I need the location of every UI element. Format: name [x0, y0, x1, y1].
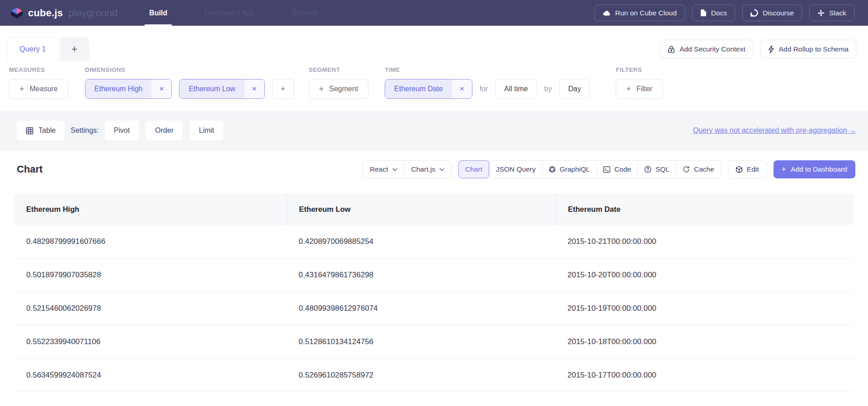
nav-tab-build[interactable]: Build — [146, 0, 170, 26]
brand-suffix: playground — [68, 7, 118, 19]
table-row: 0.5018979907035828 0.4316479861736298 20… — [14, 258, 854, 292]
segment-label: SEGMENT — [309, 66, 369, 73]
chevron-down-icon — [392, 168, 397, 171]
document-icon — [700, 9, 707, 17]
table-row: 0.5634599924087524 0.5269610285758972 20… — [14, 359, 854, 392]
results-table: Ethereum High Ethereum Low Ethereum Date… — [14, 194, 854, 392]
plus-icon: + — [281, 84, 286, 94]
filters-section: FILTERS + Filter — [616, 66, 663, 99]
cell-ethereum-date: 2015-10-21T00:00:00.000 — [555, 225, 854, 258]
view-tab-graphiql[interactable]: GraphiQL — [542, 161, 596, 178]
cell-ethereum-high: 0.5215460062026978 — [14, 292, 287, 325]
filters-label: FILTERS — [616, 66, 663, 73]
chart-toolbar: React Chart.js Chart JSON Query GraphiQL — [363, 160, 855, 178]
view-tab-json-query[interactable]: JSON Query — [489, 161, 542, 178]
query-actions: Add Security Context Add Rollup to Schem… — [660, 37, 856, 58]
segment-section: SEGMENT + Segment — [309, 66, 369, 99]
by-word: by — [544, 85, 552, 93]
cell-ethereum-high: 0.5522339940071106 — [14, 325, 287, 358]
settings-label: Settings: — [71, 126, 99, 135]
measures-section: MEASURES + Measure — [9, 66, 68, 99]
add-query-tab-button[interactable]: + — [60, 37, 89, 61]
column-header-ethereum-high[interactable]: Ethereum High — [14, 194, 287, 225]
cell-ethereum-date: 2015-10-18T00:00:00.000 — [555, 325, 854, 358]
add-measure-button[interactable]: + Measure — [9, 79, 68, 99]
slack-button[interactable]: Slack — [809, 5, 854, 21]
dimension-chip-ethereum-low[interactable]: Ethereum Low × — [179, 79, 264, 99]
cell-ethereum-date: 2015-10-19T00:00:00.000 — [555, 292, 854, 325]
cell-ethereum-low: 0.4208970069885254 — [287, 225, 556, 258]
view-tab-code[interactable]: Code — [596, 161, 637, 178]
plus-icon: + — [782, 165, 787, 174]
chip-label: Ethereum High — [85, 79, 152, 98]
add-security-context-button[interactable]: Add Security Context — [660, 40, 753, 58]
framework-select-group: React Chart.js — [363, 160, 452, 178]
add-dimension-button[interactable]: + — [272, 79, 294, 99]
add-measure-label: Measure — [30, 85, 58, 93]
edit-button[interactable]: Edit — [728, 160, 767, 178]
docs-button[interactable]: Docs — [692, 5, 735, 21]
column-header-ethereum-date[interactable]: Ethereum Date — [555, 194, 854, 225]
edit-label: Edit — [747, 165, 759, 173]
results-settings-bar: Table Settings: Pivot Order Limit Query … — [0, 112, 868, 151]
cell-ethereum-date: 2015-10-17T00:00:00.000 — [555, 359, 854, 392]
preaggregation-link[interactable]: Query was not accelerated with pre-aggre… — [693, 126, 856, 135]
add-to-dashboard-label: Add to Dashboard — [791, 165, 847, 173]
table-row: 0.48298799991607666 0.4208970069885254 2… — [14, 225, 854, 258]
for-word: for — [480, 85, 488, 93]
top-navbar: cube.js playground Build Dashboard App S… — [0, 0, 868, 26]
add-rollup-to-schema-button[interactable]: Add Rollup to Schema — [760, 40, 856, 58]
granularity-button[interactable]: Day — [559, 79, 590, 99]
add-to-dashboard-button[interactable]: + Add to Dashboard — [774, 160, 855, 178]
limit-button[interactable]: Limit — [190, 121, 223, 140]
navbar-tabs: Build Dashboard App Schema — [146, 0, 321, 26]
view-tab-sql[interactable]: SQL — [637, 161, 676, 178]
docs-label: Docs — [711, 9, 727, 17]
nav-tab-schema[interactable]: Schema — [288, 0, 321, 26]
dimension-chip-ethereum-high[interactable]: Ethereum High × — [85, 79, 172, 99]
cell-ethereum-low: 0.48099398612976074 — [287, 292, 556, 325]
remove-time-icon[interactable]: × — [452, 79, 472, 98]
cell-ethereum-low: 0.5128610134124756 — [287, 325, 556, 358]
question-circle-icon — [644, 166, 651, 173]
slack-label: Slack — [829, 9, 846, 17]
column-header-ethereum-low[interactable]: Ethereum Low — [287, 194, 556, 225]
nav-tab-dashboard-app[interactable]: Dashboard App — [202, 0, 257, 26]
query-builder: MEASURES + Measure DIMENSIONS Ethereum H… — [0, 62, 868, 99]
cell-ethereum-high: 0.5018979907035828 — [14, 258, 287, 291]
library-select[interactable]: Chart.js — [404, 161, 451, 178]
bolt-icon — [768, 45, 774, 53]
brand: cube.js playground — [10, 6, 118, 20]
remove-dimension-icon[interactable]: × — [151, 79, 171, 98]
lock-icon — [668, 45, 675, 53]
view-tab-label: Code — [614, 165, 631, 173]
table-view-label: Table — [38, 126, 56, 135]
add-filter-button[interactable]: + Filter — [616, 79, 663, 99]
navbar-actions: Run on Cube Cloud Docs Discourse Slack — [594, 5, 854, 21]
chart-panel: Chart React Chart.js Chart JSON Query — [0, 151, 868, 392]
discourse-button[interactable]: Discourse — [742, 5, 802, 21]
remove-dimension-icon[interactable]: × — [245, 79, 264, 98]
add-segment-button[interactable]: + Segment — [309, 79, 369, 99]
run-on-cube-cloud-button[interactable]: Run on Cube Cloud — [594, 5, 685, 21]
add-security-context-label: Add Security Context — [679, 45, 745, 53]
codesandbox-cube-icon — [736, 166, 743, 173]
pivot-button[interactable]: Pivot — [105, 121, 139, 140]
graphql-icon — [549, 166, 556, 173]
chip-label: Ethereum Date — [385, 79, 452, 98]
library-value: Chart.js — [411, 165, 435, 173]
code-terminal-icon — [603, 166, 610, 173]
brand-name: cube.js — [28, 7, 63, 19]
discourse-icon — [750, 9, 758, 17]
framework-select[interactable]: React — [363, 161, 404, 178]
plus-icon: + — [626, 84, 631, 94]
table-view-button[interactable]: Table — [17, 121, 65, 140]
query-tab-1[interactable]: Query 1 — [7, 37, 58, 61]
date-range-button[interactable]: All time — [495, 79, 537, 99]
view-tab-cache[interactable]: Cache — [676, 161, 721, 178]
view-tab-label: Cache — [694, 165, 714, 173]
query-tabs-row: Query 1 + Add Security Context Add Rollu… — [0, 26, 868, 62]
order-button[interactable]: Order — [146, 121, 183, 140]
time-chip-ethereum-date[interactable]: Ethereum Date × — [385, 79, 472, 99]
view-tab-chart[interactable]: Chart — [458, 160, 489, 178]
